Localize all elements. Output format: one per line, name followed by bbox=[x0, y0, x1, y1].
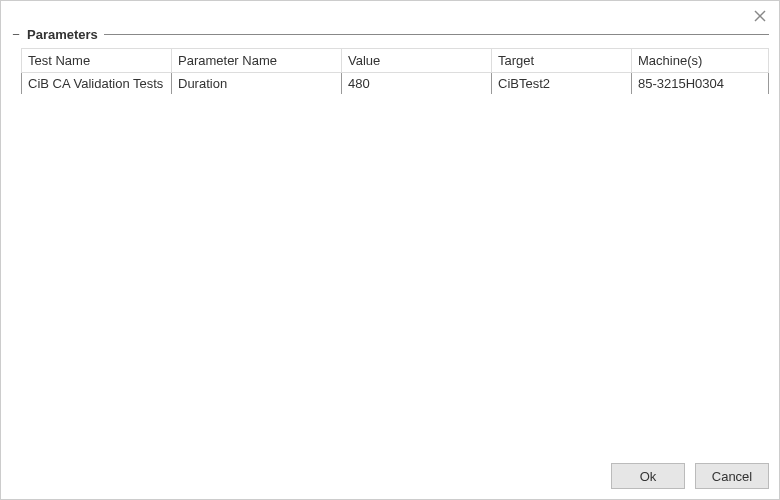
collapse-toggle[interactable]: − bbox=[11, 30, 21, 40]
parameters-table-container: Test Name Parameter Name Value Target Ma… bbox=[11, 48, 769, 455]
table-row[interactable]: CiB CA Validation Tests Duration 480 CiB… bbox=[22, 73, 769, 95]
cell-machines: 85-3215H0304 bbox=[632, 73, 769, 95]
header-value[interactable]: Value bbox=[342, 49, 492, 73]
header-parameter-name[interactable]: Parameter Name bbox=[172, 49, 342, 73]
header-test-name[interactable]: Test Name bbox=[22, 49, 172, 73]
header-machines[interactable]: Machine(s) bbox=[632, 49, 769, 73]
cell-target: CiBTest2 bbox=[492, 73, 632, 95]
ok-button[interactable]: Ok bbox=[611, 463, 685, 489]
close-button[interactable] bbox=[751, 7, 769, 25]
parameters-table: Test Name Parameter Name Value Target Ma… bbox=[21, 48, 769, 94]
groupbox-divider bbox=[104, 34, 769, 35]
cancel-button[interactable]: Cancel bbox=[695, 463, 769, 489]
close-icon bbox=[754, 10, 766, 22]
groupbox-header: − Parameters bbox=[11, 27, 769, 42]
groupbox-title: Parameters bbox=[27, 27, 98, 42]
cell-value: 480 bbox=[342, 73, 492, 95]
parameters-dialog: − Parameters Test Name Parameter Name Va bbox=[1, 1, 779, 499]
header-target[interactable]: Target bbox=[492, 49, 632, 73]
cell-test-name: CiB CA Validation Tests bbox=[22, 73, 172, 95]
cell-parameter-name: Duration bbox=[172, 73, 342, 95]
parameters-groupbox: − Parameters Test Name Parameter Name Va bbox=[11, 27, 769, 455]
dialog-button-row: Ok Cancel bbox=[11, 455, 769, 489]
table-header-row: Test Name Parameter Name Value Target Ma… bbox=[22, 49, 769, 73]
